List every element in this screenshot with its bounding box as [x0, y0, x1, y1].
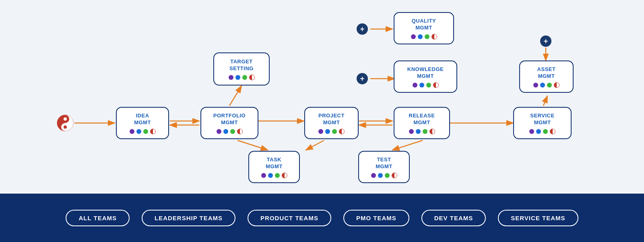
portfolio-mgmt-node[interactable]: PORTFOLIOMGMT [200, 107, 258, 139]
dot-blue [416, 129, 421, 134]
svg-line-13 [543, 96, 547, 106]
dot-green [332, 129, 337, 134]
service-teams-button[interactable]: SERVICE TEAMS [498, 210, 578, 226]
test-mgmt-dots [371, 173, 397, 178]
quality-mgmt-dots [411, 34, 437, 40]
product-teams-button[interactable]: PRODUCT TEAMS [248, 210, 331, 226]
dev-teams-button[interactable]: DEV TEAMS [421, 210, 486, 226]
target-setting-node[interactable]: TARGETSETTING [213, 52, 270, 86]
plus-asset-button[interactable]: + [540, 35, 551, 47]
svg-line-7 [237, 140, 268, 150]
half-icon [431, 34, 437, 40]
service-mgmt-node[interactable]: SERVICEMGMT [513, 107, 572, 139]
knowledge-mgmt-node[interactable]: KNOWLEDGEMGMT [394, 60, 457, 93]
service-mgmt-label: SERVICEMGMT [530, 113, 554, 126]
half-icon [429, 129, 435, 134]
dot-green [143, 129, 148, 134]
svg-point-18 [64, 117, 67, 121]
dot-blue [418, 34, 423, 39]
dot-purple [217, 129, 221, 134]
svg-point-19 [64, 125, 67, 129]
idea-mgmt-label: IDEAMGMT [134, 113, 151, 126]
dot-purple [529, 129, 534, 134]
dot-purple [371, 173, 376, 178]
dot-blue [325, 129, 330, 134]
logo-icon [56, 114, 74, 132]
bottom-navigation: ALL TEAMS LEADERSHIP TEAMS PRODUCT TEAMS… [0, 194, 644, 242]
dot-green [425, 34, 429, 39]
asset-mgmt-label: ASSETMGMT [537, 66, 556, 80]
svg-line-11 [392, 140, 423, 150]
dot-green [275, 173, 280, 178]
target-setting-dots [229, 75, 255, 80]
dot-blue [378, 173, 383, 178]
dot-purple [130, 129, 134, 134]
half-icon [433, 82, 439, 88]
dot-green [543, 129, 548, 134]
portfolio-mgmt-dots [217, 129, 243, 134]
dot-purple [261, 173, 266, 178]
task-mgmt-node[interactable]: TASKMGMT [248, 151, 300, 183]
portfolio-mgmt-label: PORTFOLIOMGMT [213, 113, 246, 126]
dot-purple [533, 83, 538, 88]
half-icon [554, 82, 559, 88]
asset-mgmt-dots [533, 82, 559, 88]
pmo-teams-button[interactable]: PMO TEAMS [343, 210, 409, 226]
dot-purple [229, 75, 233, 80]
test-mgmt-label: TESTMGMT [376, 156, 392, 170]
dot-green [230, 129, 235, 134]
dot-green [385, 173, 390, 178]
half-icon [282, 173, 287, 178]
diagram-area: + + + TARGETSETTING IDEAMGMT PORTFOLIOMG… [0, 0, 644, 194]
knowledge-mgmt-dots [413, 82, 439, 88]
task-mgmt-dots [261, 173, 287, 178]
dot-green [242, 75, 247, 80]
project-mgmt-node[interactable]: PROJECTMGMT [304, 107, 359, 139]
service-mgmt-dots [529, 129, 555, 134]
half-icon [550, 129, 555, 134]
half-icon [249, 75, 255, 80]
half-icon [150, 129, 156, 134]
all-teams-button[interactable]: ALL TEAMS [66, 210, 130, 226]
dot-green [426, 83, 431, 88]
dot-purple [411, 34, 416, 39]
dot-blue [540, 83, 545, 88]
project-mgmt-label: PROJECTMGMT [318, 113, 345, 126]
knowledge-mgmt-label: KNOWLEDGEMGMT [407, 66, 444, 80]
dot-purple [318, 129, 323, 134]
idea-mgmt-node[interactable]: IDEAMGMT [116, 107, 169, 139]
dot-blue [235, 75, 240, 80]
quality-mgmt-node[interactable]: QUALITYMGMT [394, 12, 454, 44]
release-mgmt-dots [409, 129, 435, 134]
project-mgmt-dots [318, 129, 345, 134]
half-icon [339, 129, 345, 134]
dot-blue [223, 129, 228, 134]
dot-green [423, 129, 427, 134]
quality-mgmt-label: QUALITYMGMT [412, 18, 436, 31]
dot-purple [413, 83, 417, 88]
dot-blue [536, 129, 541, 134]
asset-mgmt-node[interactable]: ASSETMGMT [519, 60, 574, 93]
idea-mgmt-dots [130, 129, 156, 134]
leadership-teams-button[interactable]: LEADERSHIP TEAMS [142, 210, 235, 226]
plus-quality-button[interactable]: + [357, 23, 368, 35]
dot-green [547, 83, 552, 88]
dot-purple [409, 129, 414, 134]
release-mgmt-node[interactable]: RELEASEMGMT [394, 107, 450, 139]
dot-blue [136, 129, 141, 134]
target-setting-label: TARGETSETTING [229, 58, 254, 72]
arrows-layer [0, 0, 644, 194]
dot-blue [419, 83, 424, 88]
plus-knowledge-button[interactable]: + [357, 73, 368, 84]
dot-blue [268, 173, 273, 178]
task-mgmt-label: TASKMGMT [266, 156, 283, 170]
svg-line-5 [229, 86, 242, 106]
release-mgmt-label: RELEASEMGMT [409, 113, 435, 126]
half-icon [392, 173, 397, 178]
svg-line-8 [306, 140, 324, 150]
half-icon [237, 129, 243, 134]
test-mgmt-node[interactable]: TESTMGMT [358, 151, 410, 183]
